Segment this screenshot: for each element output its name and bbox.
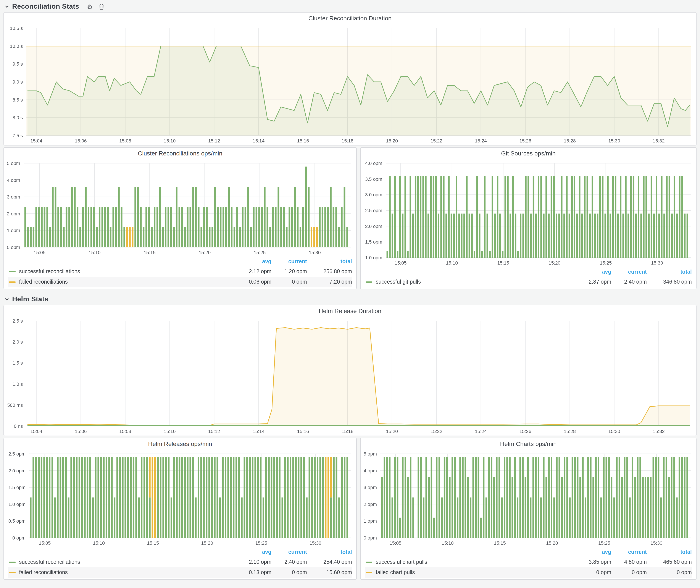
- helm-releases-ops-chart[interactable]: 0 opm0.5 opm1.0 opm1.5 opm2.0 opm2.5 opm…: [4, 449, 356, 547]
- legend-col-current[interactable]: current: [271, 549, 307, 555]
- svg-text:15:15: 15:15: [494, 540, 506, 546]
- panel-title[interactable]: Helm Charts ops/min: [361, 438, 696, 449]
- legend-col-avg[interactable]: avg: [576, 269, 611, 275]
- panel-helm-release-duration: Helm Release Duration 0 ns500 ms1.0 s1.5…: [3, 305, 697, 436]
- svg-text:2.5 opm: 2.5 opm: [365, 208, 382, 213]
- svg-text:15:05: 15:05: [39, 540, 51, 546]
- svg-text:15:05: 15:05: [395, 260, 406, 266]
- legend-col-avg[interactable]: avg: [236, 549, 271, 555]
- legend-col-current[interactable]: current: [611, 269, 647, 275]
- svg-text:15:14: 15:14: [253, 429, 265, 434]
- svg-text:4.0 opm: 4.0 opm: [365, 161, 382, 166]
- svg-text:1.0 s: 1.0 s: [13, 381, 23, 387]
- panel-title[interactable]: Helm Releases ops/min: [4, 438, 356, 449]
- svg-text:15:05: 15:05: [34, 250, 45, 255]
- svg-text:2.0 opm: 2.0 opm: [8, 468, 26, 473]
- svg-text:4 opm: 4 opm: [364, 468, 377, 473]
- svg-text:1.5 s: 1.5 s: [13, 360, 23, 366]
- svg-text:15:20: 15:20: [386, 138, 398, 144]
- series-avg: 2.87 opm: [576, 279, 611, 285]
- cluster-reconciliation-duration-chart[interactable]: 7.5 s8.0 s8.5 s9.0 s9.5 s10.0 s10.5 s15:…: [4, 24, 696, 146]
- svg-text:15:25: 15:25: [598, 540, 610, 546]
- series-label[interactable]: successful chart pulls: [376, 559, 576, 565]
- series-total: 465.60 opm: [647, 559, 692, 565]
- svg-text:4 opm: 4 opm: [7, 178, 20, 183]
- svg-text:15:10: 15:10: [89, 250, 100, 255]
- legend-series-row: successful chart pulls 3.85 opm 4.80 opm…: [365, 557, 692, 567]
- panel-helm-releases-ops: Helm Releases ops/min 0 opm0.5 opm1.0 op…: [3, 438, 357, 580]
- svg-text:15:30: 15:30: [608, 138, 620, 144]
- svg-text:15:10: 15:10: [446, 260, 458, 266]
- series-label[interactable]: failed reconciliations: [19, 279, 236, 285]
- svg-text:0 ns: 0 ns: [14, 423, 23, 429]
- series-label[interactable]: successful git pulls: [376, 279, 576, 285]
- legend-col-total[interactable]: total: [647, 549, 692, 555]
- svg-text:15:06: 15:06: [75, 138, 87, 144]
- legend-col-current[interactable]: current: [611, 549, 647, 555]
- svg-text:5 opm: 5 opm: [7, 161, 20, 166]
- series-color-dash: [9, 561, 16, 563]
- series-label[interactable]: failed chart pulls: [376, 569, 576, 575]
- svg-text:2 opm: 2 opm: [7, 211, 20, 216]
- series-label[interactable]: failed reconciliations: [19, 569, 236, 575]
- section-title: Reconciliation Stats: [12, 3, 79, 10]
- series-avg: 2.12 opm: [236, 268, 271, 275]
- legend-col-total[interactable]: total: [307, 258, 352, 265]
- panel-title[interactable]: Git Sources ops/min: [361, 148, 696, 159]
- legend-col-avg[interactable]: avg: [236, 258, 271, 265]
- svg-text:1.0 opm: 1.0 opm: [8, 502, 26, 507]
- svg-text:15:32: 15:32: [653, 429, 665, 434]
- svg-text:15:16: 15:16: [297, 429, 309, 434]
- trash-icon[interactable]: [99, 3, 105, 10]
- svg-text:1.5 opm: 1.5 opm: [8, 485, 26, 490]
- svg-text:15:15: 15:15: [144, 250, 156, 255]
- svg-text:15:04: 15:04: [30, 429, 42, 434]
- panel-cluster-reconciliation-duration: Cluster Reconciliation Duration 7.5 s8.0…: [3, 12, 697, 145]
- svg-text:9.0 s: 9.0 s: [13, 79, 23, 85]
- svg-text:15:30: 15:30: [608, 429, 620, 434]
- svg-text:15:16: 15:16: [297, 138, 309, 144]
- series-color-dash: [9, 572, 16, 573]
- legend-col-current[interactable]: current: [271, 258, 307, 265]
- legend-col-total[interactable]: total: [307, 549, 352, 555]
- svg-text:8.0 s: 8.0 s: [13, 115, 23, 120]
- helm-charts-ops-chart[interactable]: 0 opm1 opm2 opm3 opm4 opm5 opm15:0515:10…: [361, 449, 696, 547]
- git-sources-ops-chart[interactable]: 1.0 opm1.5 opm2.0 opm2.5 opm3.0 opm3.5 o…: [361, 159, 696, 267]
- svg-text:15:10: 15:10: [442, 540, 454, 546]
- svg-text:3.0 opm: 3.0 opm: [365, 192, 382, 197]
- legend-series-row: successful reconciliations 2.10 opm 2.40…: [8, 557, 352, 567]
- svg-text:3.5 opm: 3.5 opm: [365, 176, 382, 182]
- series-label[interactable]: successful reconciliations: [19, 559, 236, 565]
- svg-text:15:05: 15:05: [389, 540, 401, 546]
- series-current: 0 opm: [271, 569, 307, 575]
- svg-text:15:30: 15:30: [650, 540, 662, 546]
- svg-text:15:20: 15:20: [199, 250, 211, 255]
- panel-git-sources-ops: Git Sources ops/min 1.0 opm1.5 opm2.0 op…: [360, 147, 697, 289]
- series-label[interactable]: successful reconciliations: [19, 268, 236, 275]
- section-header-helm-stats[interactable]: Helm Stats: [0, 293, 700, 305]
- svg-text:15:20: 15:20: [548, 260, 560, 266]
- panel-title[interactable]: Helm Release Duration: [4, 305, 696, 317]
- gear-icon[interactable]: ⚙: [87, 3, 93, 10]
- svg-text:15:20: 15:20: [546, 540, 558, 546]
- svg-text:15:18: 15:18: [342, 429, 353, 434]
- svg-text:15:30: 15:30: [309, 250, 321, 255]
- helm-release-duration-chart[interactable]: 0 ns500 ms1.0 s1.5 s2.0 s2.5 s15:0415:06…: [4, 317, 696, 436]
- svg-text:8.5 s: 8.5 s: [13, 97, 23, 103]
- panel-helm-charts-ops: Helm Charts ops/min 0 opm1 opm2 opm3 opm…: [360, 438, 697, 580]
- cluster-reconciliations-ops-chart[interactable]: 0 opm1 opm2 opm3 opm4 opm5 opm15:0515:10…: [4, 159, 356, 257]
- legend-col-total[interactable]: total: [647, 269, 692, 275]
- panel-title[interactable]: Cluster Reconciliation Duration: [4, 13, 696, 24]
- panel-title[interactable]: Cluster Reconciliations ops/min: [4, 148, 356, 159]
- legend: avg current total successful reconciliat…: [4, 257, 356, 289]
- svg-text:15:08: 15:08: [119, 138, 131, 144]
- svg-text:2.5 opm: 2.5 opm: [8, 451, 26, 457]
- svg-text:15:32: 15:32: [653, 138, 665, 144]
- legend-col-avg[interactable]: avg: [576, 549, 611, 555]
- section-header-reconciliation-stats[interactable]: Reconciliation Stats ⚙: [0, 0, 700, 12]
- svg-text:15:18: 15:18: [342, 138, 353, 144]
- svg-text:15:14: 15:14: [253, 138, 265, 144]
- svg-text:15:22: 15:22: [431, 138, 442, 144]
- svg-text:10.5 s: 10.5 s: [10, 26, 23, 31]
- svg-text:2 opm: 2 opm: [364, 502, 377, 507]
